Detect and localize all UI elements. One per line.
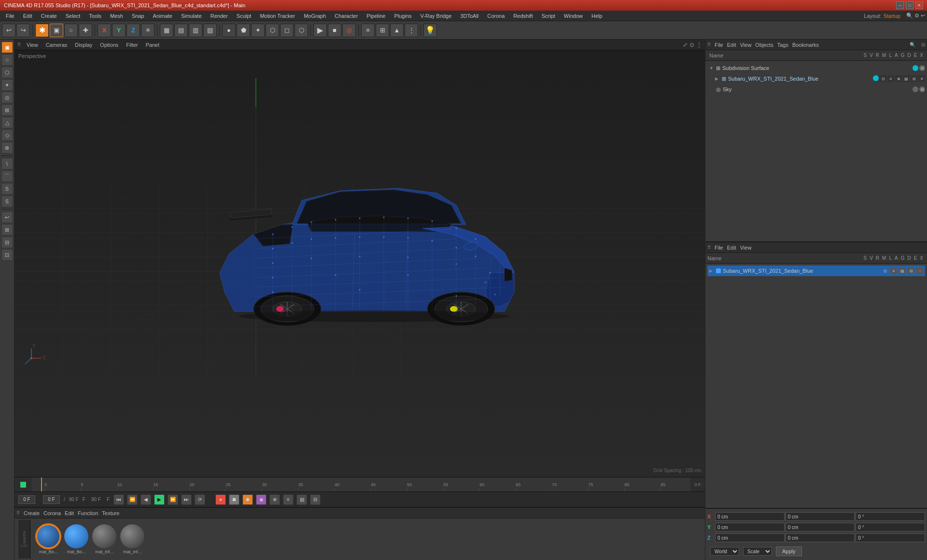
sidebar-grid-tool[interactable]: ⊞	[1, 224, 13, 236]
close-button[interactable]: ✕	[915, 1, 923, 9]
transport-play[interactable]: ▶	[154, 494, 165, 505]
sidebar-deform-tool[interactable]: ⊕	[1, 142, 13, 154]
transform-tool[interactable]: ✚	[79, 24, 92, 37]
sidebar-minus-tool[interactable]: ⊟	[1, 237, 13, 248]
menu-mograph[interactable]: MoGraph	[300, 12, 330, 20]
viewport-menu-view[interactable]: View	[25, 41, 40, 49]
viewport-menu-cameras[interactable]: Cameras	[44, 41, 70, 49]
grid-btn[interactable]: ⊞	[376, 24, 389, 37]
material-item-body2[interactable]: mat_Bo...	[64, 524, 88, 554]
menu-snap[interactable]: Snap	[128, 12, 148, 20]
transport-play-back[interactable]: ◀	[140, 494, 151, 505]
menu-help[interactable]: Help	[588, 12, 606, 20]
menu-pipeline[interactable]: Pipeline	[363, 12, 389, 20]
coord-z-scale[interactable]	[786, 533, 855, 542]
material-item-body[interactable]: mat_Bo...	[36, 524, 60, 554]
frame-start-input[interactable]	[18, 495, 35, 504]
coord-y-pos[interactable]	[715, 523, 785, 532]
point-tool[interactable]: ⬟	[237, 24, 250, 37]
light-btn[interactable]: 💡	[423, 24, 437, 37]
attr-ctrl-2[interactable]: ≡	[890, 267, 897, 274]
render-active[interactable]: ▤	[174, 24, 188, 37]
stop-btn[interactable]: ■	[328, 24, 341, 37]
coord-scale-dropdown[interactable]: Scale Size	[743, 547, 772, 556]
transport-record-stop[interactable]: ⏹	[229, 494, 239, 505]
sidebar-mirror-tool[interactable]: ↩	[1, 211, 13, 223]
sidebar-rig-tool[interactable]: ◎	[1, 92, 13, 103]
materials-menu-corona[interactable]: Corona	[43, 510, 61, 516]
rotate-tool[interactable]: ○	[64, 24, 78, 37]
redo-button[interactable]: ↪	[16, 24, 30, 37]
viewport-dots-icon[interactable]: ⋮	[696, 42, 702, 48]
attr-ctrl-4[interactable]: ⊟	[908, 267, 914, 274]
transport-timeline-btn[interactable]: ▤	[296, 494, 307, 505]
materials-menu-texture[interactable]: Texture	[102, 510, 119, 516]
timeline-playhead[interactable]	[41, 477, 42, 491]
material-sphere-body2[interactable]	[64, 524, 88, 548]
transport-key-settings[interactable]: ≡	[283, 494, 294, 505]
transport-prev-frame[interactable]: ⏪	[127, 494, 138, 505]
render-queue[interactable]: ▧	[203, 24, 217, 37]
obj-ctrl-subaru-3[interactable]: ≡	[887, 75, 894, 82]
menu-create[interactable]: Create	[37, 12, 61, 20]
uv-tool[interactable]: ◻	[280, 24, 294, 37]
record-btn[interactable]: ◎	[342, 24, 356, 37]
obj-ctrl-subaru-1[interactable]	[873, 75, 879, 81]
viewport-menu-options[interactable]: Options	[98, 41, 120, 49]
material-sphere-info[interactable]	[92, 524, 116, 548]
sidebar-snap-tool[interactable]: ◇	[1, 129, 13, 141]
viewport-lock-icon[interactable]: ⊙	[689, 42, 694, 48]
obj-filter-icon[interactable]: ⊟	[921, 42, 925, 47]
edge-tool[interactable]: ✦	[251, 24, 265, 37]
render-all[interactable]: ▥	[189, 24, 202, 37]
obj-menu-objects[interactable]: Objects	[755, 42, 773, 48]
transport-record-key[interactable]: ⏺	[242, 494, 253, 505]
materials-menu-edit[interactable]: Edit	[65, 510, 74, 516]
obj-row-sky[interactable]: ▶ ◎ Sky ⊟	[705, 84, 927, 95]
transport-record-auto[interactable]: ●	[215, 494, 226, 505]
materials-menu-function[interactable]: Function	[78, 510, 98, 516]
camera-btn[interactable]: ⋮	[405, 24, 418, 37]
scale-tool[interactable]: ▣	[50, 24, 63, 37]
materials-menu-create[interactable]: Create	[24, 510, 40, 516]
sidebar-model-tool[interactable]: ▣	[1, 42, 13, 53]
coord-system-dropdown[interactable]: World Object Global	[710, 547, 739, 556]
transport-next-frame[interactable]: ⏩	[168, 494, 178, 505]
sidebar-sim-tool[interactable]: ⊞	[1, 104, 13, 116]
axis-z[interactable]: Z	[126, 24, 140, 37]
transport-loop[interactable]: ⟳	[195, 494, 205, 505]
menu-tools[interactable]: Tools	[85, 12, 105, 20]
timeline-ruler[interactable]: 0 5 10 15 20 25 30 35 40 45 50 55	[31, 477, 690, 491]
transport-goto-end[interactable]: ⏭	[181, 494, 192, 505]
obj-search-icon[interactable]: 🔍	[910, 42, 915, 47]
material-item-info2[interactable]: mat_Inf...	[120, 524, 144, 554]
viewport-menu-display[interactable]: Display	[73, 41, 94, 49]
menu-motion-tracker[interactable]: Motion Tracker	[256, 12, 299, 20]
object-tool[interactable]: ●	[222, 24, 236, 37]
obj-ctrl-dot-2[interactable]: ⊟	[919, 65, 925, 71]
maximize-button[interactable]: □	[906, 1, 913, 9]
attr-ctrl-3[interactable]: ▤	[899, 267, 906, 274]
sidebar-weight-tool[interactable]: ✦	[1, 79, 13, 91]
menu-redshift[interactable]: Redshift	[509, 12, 536, 20]
obj-expand-subdivision[interactable]: ▼	[709, 66, 714, 70]
attr-ctrl-5[interactable]: ✕	[916, 267, 923, 274]
sidebar-sculpt-tool[interactable]: △	[1, 117, 13, 128]
all-axes[interactable]: ✳	[141, 24, 154, 37]
obj-ctrl-subaru-2[interactable]: ⊡	[880, 75, 886, 82]
menu-script[interactable]: Script	[538, 12, 559, 20]
attr-row-subaru[interactable]: ▶ Subaru_WRX_STI_2021_Sedan_Blue ⊡ ≡ ▤ ⊟…	[707, 266, 925, 276]
material-sphere-info2[interactable]	[120, 524, 144, 548]
sidebar-texture-tool[interactable]: ☆	[1, 54, 13, 66]
obj-menu-bookmarks[interactable]: Bookmarks	[792, 42, 819, 48]
obj-ctrl-sky-2[interactable]: ⊟	[919, 86, 925, 92]
undo-button[interactable]: ↩	[2, 24, 15, 37]
coord-z-rot[interactable]	[856, 533, 925, 542]
menu-plugins[interactable]: Plugins	[390, 12, 415, 20]
obj-menu-edit[interactable]: Edit	[727, 42, 736, 48]
obj-expand-subaru[interactable]: ▶	[715, 76, 720, 81]
sidebar-arc-tool[interactable]: ⌒	[1, 170, 13, 182]
menu-3dtoall[interactable]: 3DToAll	[456, 12, 482, 20]
menu-render[interactable]: Render	[207, 12, 232, 20]
axis-x[interactable]: X	[98, 24, 111, 37]
